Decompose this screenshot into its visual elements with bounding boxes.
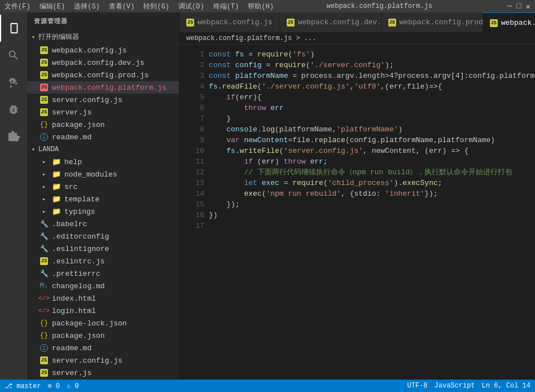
status-cursor[interactable]: Ln 6, Col 14 (482, 382, 530, 390)
info-file-icon: i (40, 343, 49, 353)
open-file-webpack-platform[interactable]: JS webpack.config.platform.js (27, 81, 179, 94)
folder-help[interactable]: ▸ 📁 help (27, 156, 179, 168)
status-warnings[interactable]: ⚠ 0 (67, 382, 79, 390)
status-encoding[interactable]: UTF-8 (407, 382, 428, 390)
tab-webpack-dev[interactable]: JS webpack.config.dev.js (280, 12, 381, 32)
folder-node-modules[interactable]: ▸ 📁 node_modules (27, 168, 179, 180)
activity-explorer[interactable] (0, 15, 27, 42)
status-branch[interactable]: ⎇ master (5, 382, 41, 390)
menu-terminal[interactable]: 终端(T) (213, 2, 239, 11)
file-readme-md[interactable]: i readme.md (27, 342, 179, 354)
code-line-11: if (err) throw err; (209, 156, 535, 167)
file-prettierrc[interactable]: 🔧 .prettierrc (27, 267, 179, 280)
menu-bar-items[interactable]: 文件(F) 编辑(E) 选择(S) 查看(V) 转到(G) 调试(D) 终端(T… (5, 2, 274, 11)
maximize-button[interactable]: □ (516, 2, 521, 11)
code-line-14: exec('npm run rebuild', {stdio: 'inherit… (209, 188, 535, 199)
js-file-icon: JS (40, 108, 49, 117)
js-tab-icon: JS (186, 18, 194, 27)
folder-template[interactable]: ▸ 📁 template (27, 193, 179, 205)
file-eslintignore[interactable]: 🔧 .eslintignore (27, 243, 179, 255)
folder-icon: 📁 (52, 207, 61, 216)
open-file-webpack-config[interactable]: JS webpack.config.js (27, 44, 179, 56)
file-package-json[interactable]: {} package.json (27, 329, 179, 342)
breadcrumb: webpack.config.platform.js > ... (179, 32, 535, 45)
chevron-right-icon: ▸ (40, 157, 49, 166)
code-content[interactable]: const fs = require('fs') const config = … (209, 49, 535, 375)
menu-file[interactable]: 文件(F) (5, 2, 30, 11)
activity-search[interactable] (0, 42, 27, 69)
menu-debug[interactable]: 调试(D) (178, 2, 204, 11)
line-num-12: 12 (179, 167, 204, 178)
folder-typings[interactable]: ▸ 📁 typings (27, 205, 179, 218)
code-line-5: if(err){ (209, 92, 535, 103)
open-file-readme[interactable]: i readme.md (27, 131, 179, 143)
menu-view[interactable]: 查看(V) (109, 2, 135, 11)
js-file-icon: JS (40, 257, 49, 266)
line-num-15: 15 (179, 199, 204, 210)
activity-extensions[interactable] (0, 123, 27, 150)
open-file-server[interactable]: JS server.js (27, 106, 179, 118)
tab-webpack-platform-label: webpack.config.platform.js (501, 19, 535, 27)
chevron-down-icon: ▾ (32, 34, 35, 41)
line-num-11: 11 (179, 156, 204, 167)
landa-section-header[interactable]: ▾ LANDA (27, 143, 179, 156)
md-file-icon: M↓ (40, 281, 49, 290)
sidebar-header: 资源管理器 (27, 12, 179, 30)
js-file-icon: JS (40, 368, 49, 377)
menu-help[interactable]: 帮助(H) (248, 2, 274, 11)
line-num-14: 14 (179, 188, 204, 199)
menu-edit[interactable]: 编辑(E) (40, 2, 65, 11)
file-login-html[interactable]: </> login.html (27, 305, 179, 317)
file-editorconfig[interactable]: 🔧 .editorconfig (27, 230, 179, 243)
code-line-2: const config = require('./server.config'… (209, 60, 535, 71)
open-editors-label: 打开的编辑器 (38, 32, 79, 42)
file-babelrc[interactable]: 🔧 .babelrc (27, 218, 179, 230)
js-file-icon: JS (40, 46, 49, 55)
js-file-icon: JS (40, 58, 49, 67)
tab-webpack-dev-label: webpack.config.dev.js (298, 18, 391, 27)
html-file-icon: </> (40, 306, 49, 315)
status-errors[interactable]: ⊘ 0 (47, 382, 60, 390)
config-file-icon: 🔧 (40, 269, 49, 278)
open-editors-header[interactable]: ▾ 打开的编辑器 (27, 30, 179, 44)
js-file-icon: JS (40, 356, 49, 365)
menu-goto[interactable]: 转到(G) (143, 2, 169, 11)
code-line-8: console.log(platformName,'platformName') (209, 124, 535, 135)
folder-src[interactable]: ▸ 📁 src (27, 180, 179, 193)
menu-select[interactable]: 选择(S) (74, 2, 100, 11)
open-file-package-json[interactable]: {} package.json (27, 118, 179, 131)
activity-debug[interactable] (0, 96, 27, 123)
tab-webpack-prod[interactable]: JS webpack.config.prod.js (381, 12, 483, 32)
file-server-config[interactable]: JS server.config.js (27, 354, 179, 367)
code-line-9: var newContent=file.replace(config.platf… (209, 135, 535, 146)
file-server-js[interactable]: JS server.js (27, 367, 179, 379)
code-line-16: }) (209, 210, 535, 221)
open-file-webpack-dev[interactable]: JS webpack.config.dev.js (27, 56, 179, 69)
activity-source-control[interactable] (0, 69, 27, 96)
tab-webpack-platform[interactable]: JS webpack.config.platform.js ✕ (483, 12, 535, 32)
line-num-6: 6 (179, 103, 204, 113)
file-eslintrc[interactable]: JS .eslintrc.js (27, 255, 179, 267)
line-num-1: 1 (179, 49, 204, 60)
tab-webpack-config[interactable]: JS webpack.config.js (179, 12, 280, 32)
line-num-17: 17 (179, 221, 204, 231)
open-file-server-config[interactable]: JS server.config.js (27, 94, 179, 106)
config-file-icon: 🔧 (40, 232, 49, 241)
file-changelog[interactable]: M↓ changelog.md (27, 280, 179, 292)
code-editor[interactable]: 1 2 3 4 5 6 7 8 9 10 11 12 13 14 15 16 1… (179, 45, 535, 380)
js-file-icon: JS (40, 95, 49, 104)
line-num-4: 4 (179, 81, 204, 92)
line-num-9: 9 (179, 135, 204, 146)
js-tab-icon: JS (287, 18, 295, 27)
open-file-webpack-prod[interactable]: JS webpack.config.prod.js (27, 69, 179, 81)
json-file-icon: {} (40, 120, 49, 129)
close-button[interactable]: ✕ (526, 2, 530, 11)
line-numbers: 1 2 3 4 5 6 7 8 9 10 11 12 13 14 15 16 1… (179, 49, 209, 375)
file-index-html[interactable]: </> index.html (27, 292, 179, 305)
minimize-button[interactable]: ─ (507, 2, 512, 11)
code-line-1: const fs = require('fs') (209, 49, 535, 60)
chevron-right-icon: ▸ (40, 182, 49, 191)
file-package-lock[interactable]: {} package-lock.json (27, 317, 179, 329)
status-language[interactable]: JavaScript (435, 382, 475, 390)
window-controls[interactable]: ─ □ ✕ (485, 2, 530, 11)
